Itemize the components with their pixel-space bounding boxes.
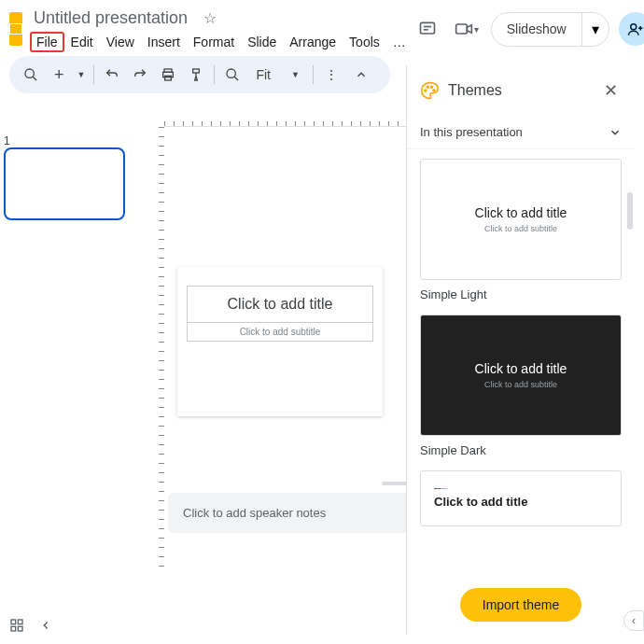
subtitle-placeholder[interactable]: Click to add subtitle <box>187 323 373 342</box>
menu-slide[interactable]: Slide <box>241 32 283 52</box>
slideshow-button[interactable]: Slideshow <box>492 14 581 44</box>
undo-button[interactable] <box>99 62 123 88</box>
streamline-accent <box>434 488 447 489</box>
theme-card-simple-dark[interactable]: Click to add title Click to add subtitle <box>420 315 622 436</box>
menu-file[interactable]: File <box>30 32 64 52</box>
svg-line-15 <box>234 77 238 80</box>
import-theme-button[interactable]: Import theme <box>460 588 581 622</box>
chevron-down-icon: ▼ <box>291 70 300 79</box>
theme-preview-title: Click to add title <box>475 205 567 220</box>
filmstrip: 1 <box>0 103 149 644</box>
svg-rect-22 <box>11 626 16 631</box>
theme-preview-title: Click to add title <box>475 361 567 376</box>
svg-line-9 <box>33 77 36 80</box>
scrollbar[interactable] <box>627 192 633 230</box>
svg-rect-21 <box>18 620 22 624</box>
grid-view-icon[interactable] <box>9 618 24 633</box>
svg-rect-3 <box>455 24 467 34</box>
menu-tools[interactable]: Tools <box>343 32 386 52</box>
slideshow-button-group: Slideshow ▾ <box>491 12 609 47</box>
menu-arrange[interactable]: Arrange <box>283 32 343 52</box>
themes-panel: Themes ✕ In this presentation Click to a… <box>406 65 635 635</box>
themes-section-label: In this presentation <box>420 125 523 139</box>
meet-icon[interactable]: ▾ <box>452 14 482 44</box>
svg-rect-0 <box>420 22 434 34</box>
theme-preview-subtitle: Click to add subtitle <box>484 224 557 233</box>
print-button[interactable] <box>156 62 180 88</box>
themes-section-toggle[interactable]: In this presentation <box>407 116 635 149</box>
svg-rect-20 <box>11 620 16 624</box>
svg-rect-23 <box>18 626 22 631</box>
ruler-vertical <box>149 127 164 569</box>
new-slide-dropdown[interactable]: ▼ <box>75 62 87 88</box>
themes-title: Themes <box>448 82 502 99</box>
title-placeholder[interactable]: Click to add title <box>187 286 373 323</box>
doc-title[interactable]: Untitled presentation <box>30 7 191 30</box>
paint-format-button[interactable] <box>184 62 208 88</box>
new-slide-button[interactable]: + <box>47 62 71 88</box>
menu-bar: File Edit View Insert Format Slide Arran… <box>30 32 413 52</box>
slide-canvas[interactable]: Click to add title Click to add subtitle <box>177 267 383 416</box>
star-icon[interactable]: ☆ <box>203 10 217 26</box>
zoom-button[interactable] <box>220 62 245 88</box>
share-button[interactable] <box>619 12 644 46</box>
close-icon[interactable]: ✕ <box>600 77 622 105</box>
theme-name: Simple Dark <box>420 443 622 457</box>
side-panel-expand[interactable]: ‹ <box>623 610 644 631</box>
zoom-value: Fit <box>256 67 271 82</box>
svg-point-16 <box>425 90 427 91</box>
redo-button[interactable] <box>128 62 152 88</box>
chevron-left-icon[interactable] <box>39 619 52 632</box>
svg-point-5 <box>630 24 636 30</box>
theme-name: Simple Light <box>420 287 622 301</box>
more-tools-button[interactable]: ⋮ <box>319 62 343 88</box>
comment-history-icon[interactable] <box>413 14 442 44</box>
slideshow-dropdown[interactable]: ▾ <box>581 13 609 46</box>
menu-format[interactable]: Format <box>187 32 241 52</box>
svg-rect-13 <box>193 69 200 73</box>
svg-marker-4 <box>467 25 471 33</box>
svg-point-8 <box>25 69 34 77</box>
menu-edit[interactable]: Edit <box>64 32 100 52</box>
toolbar: + ▼ Fit ▼ ⋮ <box>9 56 390 93</box>
theme-card-simple-light[interactable]: Click to add title Click to add subtitle <box>420 159 622 280</box>
svg-point-17 <box>427 86 428 88</box>
theme-card-streamline[interactable]: Click to add title <box>420 470 622 526</box>
themes-list: Click to add title Click to add subtitle… <box>407 149 635 579</box>
menu-more[interactable]: … <box>386 32 413 52</box>
theme-preview-subtitle: Click to add subtitle <box>484 380 557 389</box>
menu-insert[interactable]: Insert <box>141 32 187 52</box>
menu-view[interactable]: View <box>100 32 141 52</box>
collapse-toolbar-button[interactable] <box>347 64 375 85</box>
theme-preview-title: Click to add title <box>434 495 527 509</box>
palette-icon <box>420 81 439 100</box>
svg-point-14 <box>227 69 235 77</box>
search-menus-icon[interactable] <box>19 62 43 88</box>
zoom-dropdown[interactable]: Fit ▼ <box>248 63 306 86</box>
slide-thumbnail[interactable] <box>4 147 125 220</box>
slides-logo <box>9 12 22 46</box>
chevron-down-icon <box>609 126 622 139</box>
svg-point-19 <box>433 90 435 91</box>
slide-number: 1 <box>4 134 15 147</box>
svg-point-18 <box>431 86 433 88</box>
